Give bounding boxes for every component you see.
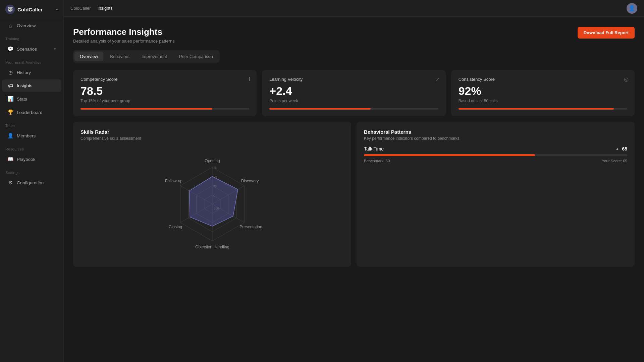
svg-text:25: 25 bbox=[213, 185, 216, 188]
sidebar-item-history[interactable]: ◷ History bbox=[2, 66, 61, 79]
configuration-label: Configuration bbox=[17, 180, 44, 185]
user-avatar[interactable]: 👤 bbox=[627, 3, 637, 14]
stats-icon: 📊 bbox=[7, 96, 13, 102]
svg-marker-10 bbox=[189, 177, 238, 227]
svg-text:Discovery: Discovery bbox=[241, 179, 259, 183]
competency-value: 78.5 bbox=[80, 85, 249, 97]
sidebar-item-configuration[interactable]: ⚙ Configuration bbox=[2, 176, 61, 189]
page-title: Performance Insights bbox=[73, 27, 175, 37]
velocity-bar-bg bbox=[269, 108, 438, 110]
talk-time-label: Talk Time bbox=[364, 146, 384, 152]
radar-subtitle: Comprehensive skills assessment bbox=[80, 136, 344, 141]
home-icon: ⌂ bbox=[7, 23, 13, 28]
consistency-bar-fill bbox=[459, 108, 614, 110]
overview-label: Overview bbox=[17, 23, 36, 28]
app-name: ColdCaller bbox=[17, 7, 43, 12]
svg-text:0: 0 bbox=[213, 194, 215, 197]
competency-card: Competency Score ℹ 78.5 Top 15% of your … bbox=[73, 70, 257, 116]
sidebar: 🐺 ColdCaller ▾ ⌂ Overview Training 💬 Sce… bbox=[0, 0, 64, 362]
svg-text:75: 75 bbox=[213, 166, 216, 169]
competency-sub: Top 15% of your peer group bbox=[80, 99, 249, 103]
page-subtitle: Detailed analysis of your sales performa… bbox=[73, 39, 175, 44]
velocity-sub: Points per week bbox=[269, 99, 438, 103]
playbook-icon: 📖 bbox=[7, 156, 13, 162]
radar-chart: .radar-grid { fill: none; stroke: #444; … bbox=[80, 145, 344, 259]
consistency-bar-bg bbox=[459, 108, 627, 110]
svg-text:Objection Handling: Objection Handling bbox=[195, 245, 229, 249]
training-section-label: Training bbox=[0, 32, 63, 42]
sidebar-item-members[interactable]: 👤 Members bbox=[2, 129, 61, 142]
progress-section-label: Progress & Analytics bbox=[0, 56, 63, 66]
skills-radar-panel: Skills Radar Comprehensive skills assess… bbox=[73, 122, 351, 267]
consistency-label: Consistency Score bbox=[459, 77, 627, 82]
insights-icon: 🏷 bbox=[7, 83, 13, 88]
team-section-label: Team bbox=[0, 119, 63, 129]
talk-time-bar-bg bbox=[364, 154, 627, 156]
talk-time-footer: Benchmark: 60 Your Score: 65 bbox=[364, 159, 627, 163]
page-header: Performance Insights Detailed analysis o… bbox=[73, 27, 635, 44]
leaderboard-label: Leaderboard bbox=[17, 110, 43, 115]
behavioral-title: Behavioral Patterns bbox=[364, 129, 627, 135]
page-title-block: Performance Insights Detailed analysis o… bbox=[73, 27, 175, 44]
svg-text:Closing: Closing bbox=[168, 225, 182, 229]
radar-title: Skills Radar bbox=[80, 129, 344, 135]
velocity-label: Learning Velocity bbox=[269, 77, 438, 82]
velocity-value: +2.4 bbox=[269, 85, 438, 97]
behavioral-panel: Behavioral Patterns Key performance indi… bbox=[357, 122, 635, 267]
playbook-label: Playbook bbox=[17, 157, 36, 162]
insights-label: Insights bbox=[17, 83, 33, 88]
sidebar-item-overview[interactable]: ⌂ Overview bbox=[2, 19, 61, 32]
talk-time-score: 65 bbox=[622, 146, 627, 152]
breadcrumb-current: Insights bbox=[98, 6, 113, 11]
svg-text:Presentation: Presentation bbox=[239, 225, 262, 229]
consistency-circle-icon: ◎ bbox=[624, 76, 629, 82]
tabs-row: Overview Behaviors Improvement Peer Comp… bbox=[73, 50, 220, 63]
panels-row: Skills Radar Comprehensive skills assess… bbox=[73, 122, 635, 267]
history-icon: ◷ bbox=[7, 69, 13, 75]
competency-bar-fill bbox=[80, 108, 212, 110]
scenarios-chevron-icon: ▾ bbox=[54, 47, 56, 51]
tab-overview[interactable]: Overview bbox=[74, 52, 103, 61]
logo-chevron-icon: ▾ bbox=[56, 7, 58, 12]
talk-time-your-score: Your Score: 65 bbox=[602, 159, 627, 163]
sidebar-item-stats[interactable]: 📊 Stats bbox=[2, 93, 61, 105]
svg-text:100: 100 bbox=[214, 207, 219, 210]
sidebar-item-scenarios[interactable]: 💬 Scenarios ▾ bbox=[2, 43, 61, 55]
svg-text:Follow-up: Follow-up bbox=[165, 179, 182, 183]
svg-text:Opening: Opening bbox=[205, 159, 220, 163]
radar-svg: .radar-grid { fill: none; stroke: #444; … bbox=[149, 145, 276, 259]
breadcrumb-parent: ColdCaller bbox=[70, 6, 91, 11]
velocity-card: Learning Velocity ↗ +2.4 Points per week bbox=[262, 70, 445, 116]
consistency-sub: Based on last 50 calls bbox=[459, 99, 627, 103]
talk-time-metric: Talk Time ▲ 65 Benchmark: 60 Your Score:… bbox=[364, 146, 627, 163]
tab-improvement[interactable]: Improvement bbox=[136, 52, 172, 61]
competency-info-icon[interactable]: ℹ bbox=[249, 76, 251, 82]
logo-button[interactable]: 🐺 ColdCaller ▾ bbox=[0, 0, 63, 19]
config-icon: ⚙ bbox=[7, 180, 13, 186]
behavioral-subtitle: Key performance indicators compared to b… bbox=[364, 136, 627, 141]
consistency-card: Consistency Score ◎ 92% Based on last 50… bbox=[451, 70, 635, 116]
talk-time-benchmark: Benchmark: 60 bbox=[364, 159, 390, 163]
tab-peer-comparison[interactable]: Peer Comparison bbox=[174, 52, 218, 61]
topbar: ColdCaller Insights 👤 bbox=[64, 0, 644, 17]
members-label: Members bbox=[17, 133, 36, 138]
metrics-row: Competency Score ℹ 78.5 Top 15% of your … bbox=[73, 70, 635, 116]
velocity-trend-icon: ↗ bbox=[435, 76, 440, 82]
tab-behaviors[interactable]: Behaviors bbox=[105, 52, 135, 61]
competency-label: Competency Score bbox=[80, 77, 249, 82]
history-label: History bbox=[17, 70, 31, 75]
sidebar-item-leaderboard[interactable]: 🏆 Leaderboard bbox=[2, 106, 61, 119]
sidebar-item-playbook[interactable]: 📖 Playbook bbox=[2, 153, 61, 166]
consistency-value: 92% bbox=[459, 85, 627, 97]
main-content: ColdCaller Insights 👤 Performance Insigh… bbox=[64, 0, 644, 362]
page-content: Performance Insights Detailed analysis o… bbox=[64, 17, 644, 362]
download-report-button[interactable]: Download Full Report bbox=[578, 27, 635, 39]
competency-bar-bg bbox=[80, 108, 249, 110]
scenarios-label: Scenarios bbox=[17, 47, 37, 52]
settings-section-label: Settings bbox=[0, 166, 63, 176]
stats-label: Stats bbox=[17, 97, 27, 102]
svg-text:50: 50 bbox=[213, 175, 216, 179]
talk-time-bar-fill bbox=[364, 154, 535, 156]
velocity-bar-fill bbox=[269, 108, 371, 110]
sidebar-item-insights[interactable]: 🏷 Insights bbox=[2, 79, 61, 92]
